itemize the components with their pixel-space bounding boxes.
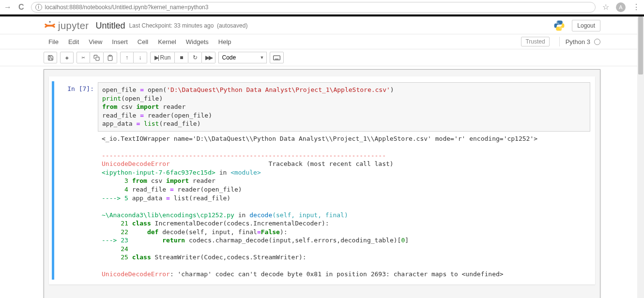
- svg-rect-1: [96, 57, 99, 60]
- menu-view[interactable]: View: [84, 38, 107, 45]
- cell-output: <_io.TextIOWrapper name='D:\\DataQuest\\…: [98, 132, 590, 279]
- move-down-button[interactable]: ↓: [134, 52, 147, 63]
- python-icon: [553, 20, 565, 31]
- cut-icon: ✂: [81, 54, 85, 61]
- checkpoint-status: Last Checkpoint: 33 minutes ago (autosav…: [129, 22, 248, 29]
- back-icon[interactable]: →: [4, 3, 12, 11]
- menubar: File Edit View Insert Cell Kernel Widget…: [0, 34, 644, 49]
- menu-edit[interactable]: Edit: [63, 38, 84, 45]
- plus-icon: ✚: [65, 54, 68, 61]
- arrow-up-icon: ↑: [125, 54, 128, 61]
- notebook-container: In [7]: open_file = open('D:\DataQuest\P…: [44, 69, 600, 298]
- menu-cell[interactable]: Cell: [133, 38, 153, 45]
- avatar[interactable]: A: [616, 2, 626, 12]
- browser-nav: → C: [4, 3, 24, 11]
- copy-button[interactable]: [90, 52, 104, 63]
- input-prompt: In [7]:: [67, 85, 94, 92]
- jupyter-logo[interactable]: jupyter: [44, 19, 89, 32]
- reload-icon[interactable]: C: [18, 3, 24, 11]
- trusted-badge[interactable]: Trusted: [521, 37, 549, 46]
- url-bar[interactable]: i localhost:8888/notebooks/Untitled.ipyn…: [31, 2, 596, 13]
- scrollbar-thumb[interactable]: [638, 16, 643, 74]
- toolbar: ✚ ✂ ↑ ↓ ▶| Run ■ ↻ ▶▶ Code: [0, 49, 644, 66]
- kernel-status-icon: [594, 39, 600, 45]
- notebook-name[interactable]: Untitled: [96, 21, 125, 31]
- paste-button[interactable]: [104, 52, 117, 63]
- restart-run-all-button[interactable]: ▶▶: [202, 52, 215, 63]
- copy-icon: [93, 55, 100, 61]
- svg-point-0: [49, 21, 50, 23]
- browser-chrome: → C i localhost:8888/notebooks/Untitled.…: [0, 0, 644, 15]
- jupyter-word: jupyter: [58, 20, 89, 31]
- move-up-button[interactable]: ↑: [120, 52, 134, 63]
- celltype-select[interactable]: Code: [218, 52, 267, 63]
- command-palette-button[interactable]: [270, 52, 284, 63]
- code-input[interactable]: open_file = open('D:\DataQuest\Python Da…: [98, 82, 590, 132]
- paste-icon: [107, 55, 113, 61]
- stop-icon: ■: [180, 54, 183, 61]
- restart-button[interactable]: ↻: [188, 52, 202, 63]
- notebook-header: jupyter Untitled Last Checkpoint: 33 min…: [44, 16, 600, 34]
- star-icon[interactable]: ☆: [602, 2, 609, 12]
- code-cell[interactable]: In [7]: open_file = open('D:\DataQuest\P…: [52, 81, 592, 280]
- arrow-down-icon: ↓: [139, 54, 142, 61]
- restart-icon: ↻: [193, 54, 198, 61]
- menu-help[interactable]: Help: [214, 38, 236, 45]
- cut-button[interactable]: ✂: [77, 52, 90, 63]
- svg-rect-2: [109, 55, 111, 56]
- run-button[interactable]: ▶| Run: [150, 52, 175, 63]
- menu-widgets[interactable]: Widgets: [181, 38, 214, 45]
- save-button[interactable]: [44, 52, 57, 63]
- logout-button[interactable]: Logout: [572, 20, 600, 31]
- add-cell-button[interactable]: ✚: [60, 52, 74, 63]
- fast-forward-icon: ▶▶: [205, 54, 212, 61]
- stop-button[interactable]: ■: [175, 52, 188, 63]
- url-text: localhost:8888/notebooks/Untitled.ipynb?…: [45, 4, 209, 11]
- page-scrollbar[interactable]: [637, 16, 644, 298]
- run-icon: ▶|: [154, 54, 158, 61]
- kernel-name[interactable]: Python 3: [566, 38, 590, 45]
- keyboard-icon: [273, 55, 280, 60]
- menu-dots-icon[interactable]: ⋮: [632, 2, 640, 12]
- menu-kernel[interactable]: Kernel: [153, 38, 181, 45]
- menu-insert[interactable]: Insert: [107, 38, 133, 45]
- menu-file[interactable]: File: [44, 38, 63, 45]
- info-icon[interactable]: i: [35, 4, 42, 11]
